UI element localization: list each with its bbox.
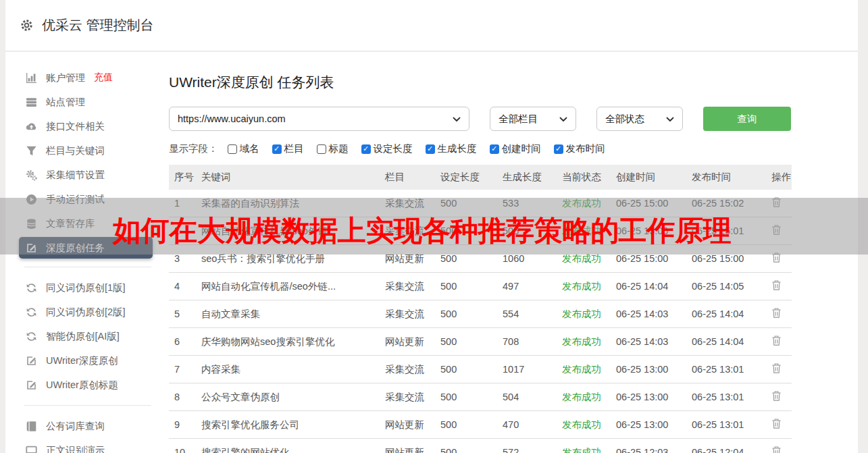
monitor-icon: [26, 445, 37, 453]
field-option-label: 标题: [329, 142, 349, 155]
chevron-down-icon: [666, 113, 674, 124]
sidebar-item-label: 公有词库查询: [46, 420, 105, 433]
sidebar-item-正文识别演示[interactable]: 正文识别演示: [5, 438, 163, 453]
trash-icon[interactable]: [771, 363, 782, 374]
chevron-down-icon: [453, 113, 461, 124]
cell-created: 06-25 12:03: [611, 439, 686, 453]
cloud-upload-icon: [26, 121, 37, 132]
trash-icon[interactable]: [771, 446, 782, 453]
trash-icon[interactable]: [771, 335, 782, 346]
cell-created: 06-25 14:03: [611, 300, 686, 328]
sidebar-item-采集细节设置[interactable]: 采集细节设置: [5, 163, 163, 187]
checkbox-checked[interactable]: ✓: [361, 144, 371, 154]
cell-column: 网站更新: [380, 439, 435, 453]
sidebar-item-UWriter原创标题[interactable]: UWriter原创标题: [5, 373, 163, 397]
checkbox-checked[interactable]: ✓: [490, 144, 499, 154]
column-select[interactable]: 全部栏目: [490, 107, 576, 131]
field-option-域名[interactable]: 域名: [228, 142, 259, 155]
cell-status: 发布成功: [557, 356, 611, 383]
cell-created: 06-25 13:00: [611, 411, 686, 439]
site-select-value: https://www.ucaiyun.com: [178, 113, 286, 124]
bar-chart-icon: [26, 72, 37, 84]
cell-keyword: 自动文章采集: [196, 300, 380, 328]
sidebar-item-label: UWriter原创标题: [46, 379, 118, 392]
edit-icon: [26, 379, 37, 391]
gear-icon: [20, 19, 33, 32]
app-title: 优采云 管理控制台: [42, 16, 154, 34]
field-option-发布时间[interactable]: ✓发布时间: [554, 142, 605, 155]
table-row: 8公众号文章伪原创采集交流500504发布成功06-25 13:0006-25 …: [169, 383, 792, 411]
column-header: 生成长度: [497, 165, 557, 190]
cell-column: 采集交流: [380, 273, 435, 300]
sidebar-item-栏目与关键词[interactable]: 栏目与关键词: [5, 138, 163, 163]
cell-gen-length: 497: [497, 273, 557, 300]
sidebar-divider: [24, 405, 151, 406]
cell-column: 采集交流: [380, 356, 435, 383]
cell-column: 网站更新: [380, 328, 435, 356]
cell-actions: [766, 273, 792, 300]
sidebar-divider: [24, 267, 151, 267]
cell-gen-length: 554: [497, 300, 557, 328]
trash-icon[interactable]: [771, 279, 782, 291]
field-option-标题[interactable]: 标题: [317, 142, 349, 155]
sidebar-item-账户管理[interactable]: 账户管理充值: [5, 65, 163, 90]
sidebar-item-站点管理[interactable]: 站点管理: [5, 90, 163, 114]
checkbox-checked[interactable]: ✓: [426, 144, 435, 154]
table-row: 6庆华购物网站seo搜索引擎优化网站更新500708发布成功06-25 14:0…: [169, 328, 792, 356]
cell-published: 06-25 13:01: [686, 356, 766, 383]
column-header: 发布时间: [686, 165, 766, 190]
checkbox-checked[interactable]: ✓: [272, 144, 282, 154]
cell-published: 06-25 12:04: [686, 439, 766, 453]
cell-status: 发布成功: [557, 273, 611, 300]
cell-actions: [766, 411, 792, 439]
cell-published: 06-25 14:04: [686, 300, 766, 328]
sidebar-item-公有词库查询[interactable]: 公有词库查询: [5, 414, 163, 438]
sidebar-item-UWriter深度原创[interactable]: UWriter深度原创: [5, 348, 163, 373]
cell-gen-length: 1017: [497, 356, 557, 383]
checkbox-unchecked[interactable]: [228, 144, 237, 154]
field-option-生成长度[interactable]: ✓生成长度: [426, 142, 477, 155]
cell-index: 8: [169, 383, 196, 411]
sidebar-item-label: 智能伪原创[AI版]: [46, 330, 120, 343]
recharge-badge[interactable]: 充值: [94, 72, 113, 84]
checkbox-unchecked[interactable]: [317, 144, 326, 154]
sidebar-item-同义词伪原创[1版][interactable]: 同义词伪原创[1版]: [5, 275, 163, 300]
refresh-icon: [26, 331, 37, 342]
column-select-value: 全部栏目: [499, 113, 538, 126]
cell-column: 采集交流: [380, 300, 435, 328]
column-header: 操作: [766, 165, 792, 190]
app-header: 优采云 管理控制台: [5, 0, 858, 51]
filter-icon: [26, 145, 37, 157]
watermark-text: 如何在大规模数据上实现各种推荐策略的工作原理: [113, 212, 731, 250]
page: 优采云 管理控制台 账户管理充值站点管理接口文件相关栏目与关键词采集细节设置手动…: [0, 0, 868, 453]
sidebar-item-label: 同义词伪原创[2版]: [46, 306, 126, 319]
cell-status: 发布成功: [557, 411, 611, 439]
cell-gen-length: 708: [497, 328, 557, 356]
cell-published: 06-25 14:05: [686, 273, 766, 300]
cell-status: 发布成功: [557, 328, 611, 356]
cell-published: 06-25 13:01: [686, 383, 766, 411]
checkbox-checked[interactable]: ✓: [554, 144, 563, 154]
query-button[interactable]: 查询: [703, 107, 791, 131]
cell-created: 06-25 14:04: [611, 273, 686, 300]
sidebar-item-智能伪原创[AI版][interactable]: 智能伪原创[AI版]: [5, 324, 163, 348]
cell-actions: [766, 383, 792, 411]
field-option-栏目[interactable]: ✓栏目: [272, 142, 304, 155]
sidebar-item-label: 栏目与关键词: [46, 144, 105, 157]
status-select[interactable]: 全部状态: [596, 107, 683, 131]
cell-index: 5: [169, 300, 196, 328]
cell-index: 4: [169, 273, 196, 300]
trash-icon[interactable]: [771, 307, 782, 319]
field-option-设定长度[interactable]: ✓设定长度: [361, 142, 413, 155]
cell-status: 发布成功: [557, 300, 611, 328]
field-option-label: 发布时间: [566, 142, 605, 155]
field-option-创建时间[interactable]: ✓创建时间: [490, 142, 541, 155]
sidebar-item-同义词伪原创[2版][interactable]: 同义词伪原创[2版]: [5, 300, 163, 324]
sidebar-item-label: 采集细节设置: [46, 169, 105, 182]
sidebar-item-接口文件相关[interactable]: 接口文件相关: [5, 114, 163, 138]
cell-published: 06-25 13:01: [686, 411, 766, 439]
trash-icon[interactable]: [771, 418, 782, 429]
site-select[interactable]: https://www.ucaiyun.com: [169, 107, 469, 131]
book-icon: [26, 421, 37, 432]
trash-icon[interactable]: [771, 390, 782, 402]
